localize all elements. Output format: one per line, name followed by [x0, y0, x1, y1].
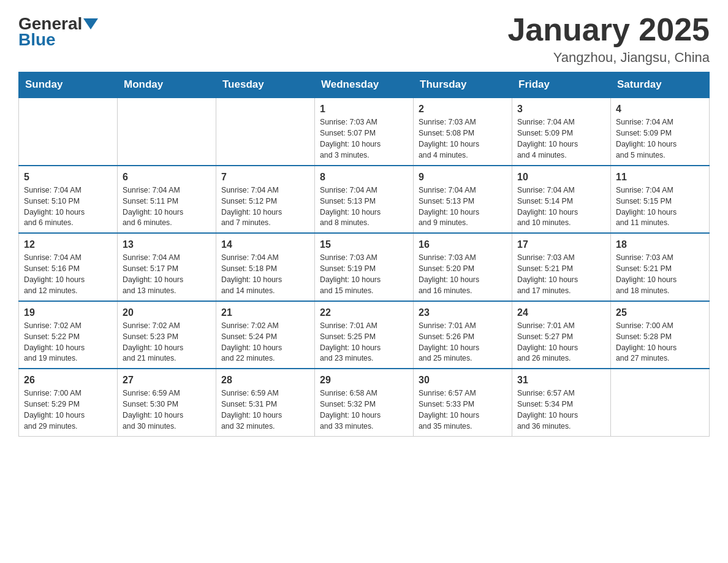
- calendar-cell: 26Sunrise: 7:00 AMSunset: 5:29 PMDayligh…: [19, 369, 118, 436]
- calendar-cell: 6Sunrise: 7:04 AMSunset: 5:11 PMDaylight…: [118, 166, 216, 234]
- cell-info: Sunrise: 7:01 AMSunset: 5:27 PMDaylight:…: [517, 321, 605, 364]
- day-number: 25: [616, 305, 704, 320]
- day-number: 17: [517, 237, 605, 251]
- cell-info: Sunrise: 7:01 AMSunset: 5:26 PMDaylight:…: [419, 321, 507, 364]
- calendar-week-row: 26Sunrise: 7:00 AMSunset: 5:29 PMDayligh…: [19, 369, 710, 436]
- day-number: 22: [320, 305, 408, 320]
- day-number: 11: [616, 170, 704, 184]
- day-number: 27: [123, 373, 211, 387]
- calendar-header-monday: Monday: [118, 72, 216, 98]
- calendar-cell: 9Sunrise: 7:04 AMSunset: 5:13 PMDaylight…: [414, 166, 512, 234]
- calendar-header-row: SundayMondayTuesdayWednesdayThursdayFrid…: [19, 72, 710, 98]
- cell-info: Sunrise: 7:04 AMSunset: 5:16 PMDaylight:…: [24, 253, 112, 296]
- cell-info: Sunrise: 6:59 AMSunset: 5:31 PMDaylight:…: [221, 388, 309, 432]
- calendar-week-row: 5Sunrise: 7:04 AMSunset: 5:10 PMDaylight…: [19, 166, 710, 234]
- logo: General Blue: [18, 12, 99, 50]
- calendar-cell: 3Sunrise: 7:04 AMSunset: 5:09 PMDaylight…: [512, 98, 611, 166]
- cell-info: Sunrise: 7:04 AMSunset: 5:13 PMDaylight:…: [320, 185, 408, 229]
- calendar-cell: [118, 98, 216, 166]
- calendar-cell: 17Sunrise: 7:03 AMSunset: 5:21 PMDayligh…: [512, 233, 611, 301]
- calendar-cell: 25Sunrise: 7:00 AMSunset: 5:28 PMDayligh…: [611, 301, 710, 369]
- calendar-week-row: 1Sunrise: 7:03 AMSunset: 5:07 PMDaylight…: [19, 98, 710, 166]
- calendar-cell: 30Sunrise: 6:57 AMSunset: 5:33 PMDayligh…: [414, 369, 512, 436]
- cell-info: Sunrise: 7:04 AMSunset: 5:11 PMDaylight:…: [123, 185, 211, 229]
- cell-info: Sunrise: 7:02 AMSunset: 5:22 PMDaylight:…: [24, 321, 112, 364]
- cell-info: Sunrise: 6:57 AMSunset: 5:34 PMDaylight:…: [517, 388, 605, 432]
- cell-info: Sunrise: 6:57 AMSunset: 5:33 PMDaylight:…: [419, 388, 507, 432]
- day-number: 16: [419, 237, 507, 251]
- calendar-header-tuesday: Tuesday: [216, 72, 315, 98]
- calendar-cell: 7Sunrise: 7:04 AMSunset: 5:12 PMDaylight…: [216, 166, 315, 234]
- calendar-cell: 31Sunrise: 6:57 AMSunset: 5:34 PMDayligh…: [512, 369, 611, 436]
- cell-info: Sunrise: 7:00 AMSunset: 5:29 PMDaylight:…: [24, 388, 112, 432]
- day-number: 15: [320, 237, 408, 251]
- day-number: 26: [24, 373, 112, 387]
- calendar-cell: 24Sunrise: 7:01 AMSunset: 5:27 PMDayligh…: [512, 301, 611, 369]
- title-section: January 2025 Yangzhou, Jiangsu, China: [507, 12, 710, 66]
- month-title: January 2025: [507, 12, 710, 47]
- cell-info: Sunrise: 7:03 AMSunset: 5:21 PMDaylight:…: [517, 253, 605, 296]
- calendar-cell: 14Sunrise: 7:04 AMSunset: 5:18 PMDayligh…: [216, 233, 315, 301]
- day-number: 1: [320, 102, 408, 116]
- day-number: 5: [24, 170, 112, 184]
- cell-info: Sunrise: 7:02 AMSunset: 5:24 PMDaylight:…: [221, 321, 309, 364]
- calendar-cell: 23Sunrise: 7:01 AMSunset: 5:26 PMDayligh…: [414, 301, 512, 369]
- day-number: 13: [123, 237, 211, 251]
- day-number: 9: [419, 170, 507, 184]
- cell-info: Sunrise: 6:58 AMSunset: 5:32 PMDaylight:…: [320, 388, 408, 432]
- calendar-week-row: 19Sunrise: 7:02 AMSunset: 5:22 PMDayligh…: [19, 301, 710, 369]
- day-number: 3: [517, 102, 605, 116]
- calendar-cell: [611, 369, 710, 436]
- logo-triangle-icon: [83, 18, 98, 29]
- calendar-cell: 22Sunrise: 7:01 AMSunset: 5:25 PMDayligh…: [315, 301, 414, 369]
- calendar-header-thursday: Thursday: [414, 72, 512, 98]
- calendar-cell: 5Sunrise: 7:04 AMSunset: 5:10 PMDaylight…: [19, 166, 118, 234]
- day-number: 28: [221, 373, 309, 387]
- day-number: 12: [24, 237, 112, 251]
- calendar-header-wednesday: Wednesday: [315, 72, 414, 98]
- cell-info: Sunrise: 7:04 AMSunset: 5:15 PMDaylight:…: [616, 185, 704, 229]
- day-number: 7: [221, 170, 309, 184]
- calendar-cell: [19, 98, 118, 166]
- calendar-header-friday: Friday: [512, 72, 611, 98]
- location-text: Yangzhou, Jiangsu, China: [507, 50, 710, 66]
- cell-info: Sunrise: 7:02 AMSunset: 5:23 PMDaylight:…: [123, 321, 211, 364]
- calendar-cell: 27Sunrise: 6:59 AMSunset: 5:30 PMDayligh…: [118, 369, 216, 436]
- cell-info: Sunrise: 7:03 AMSunset: 5:08 PMDaylight:…: [419, 117, 507, 161]
- day-number: 14: [221, 237, 309, 251]
- cell-info: Sunrise: 7:04 AMSunset: 5:12 PMDaylight:…: [221, 185, 309, 229]
- calendar-cell: 20Sunrise: 7:02 AMSunset: 5:23 PMDayligh…: [118, 301, 216, 369]
- calendar-cell: 15Sunrise: 7:03 AMSunset: 5:19 PMDayligh…: [315, 233, 414, 301]
- cell-info: Sunrise: 7:04 AMSunset: 5:09 PMDaylight:…: [616, 117, 704, 161]
- calendar-cell: 12Sunrise: 7:04 AMSunset: 5:16 PMDayligh…: [19, 233, 118, 301]
- calendar-header-saturday: Saturday: [611, 72, 710, 98]
- calendar-cell: 11Sunrise: 7:04 AMSunset: 5:15 PMDayligh…: [611, 166, 710, 234]
- cell-info: Sunrise: 7:01 AMSunset: 5:25 PMDaylight:…: [320, 321, 408, 364]
- calendar-cell: 10Sunrise: 7:04 AMSunset: 5:14 PMDayligh…: [512, 166, 611, 234]
- calendar-cell: 8Sunrise: 7:04 AMSunset: 5:13 PMDaylight…: [315, 166, 414, 234]
- day-number: 2: [419, 102, 507, 116]
- calendar-table: SundayMondayTuesdayWednesdayThursdayFrid…: [18, 72, 710, 437]
- cell-info: Sunrise: 7:03 AMSunset: 5:19 PMDaylight:…: [320, 253, 408, 296]
- day-number: 31: [517, 373, 605, 387]
- cell-info: Sunrise: 7:03 AMSunset: 5:07 PMDaylight:…: [320, 117, 408, 161]
- day-number: 30: [419, 373, 507, 387]
- cell-info: Sunrise: 7:03 AMSunset: 5:21 PMDaylight:…: [616, 253, 704, 296]
- cell-info: Sunrise: 7:04 AMSunset: 5:14 PMDaylight:…: [517, 185, 605, 229]
- calendar-cell: 18Sunrise: 7:03 AMSunset: 5:21 PMDayligh…: [611, 233, 710, 301]
- calendar-cell: 2Sunrise: 7:03 AMSunset: 5:08 PMDaylight…: [414, 98, 512, 166]
- day-number: 8: [320, 170, 408, 184]
- logo-blue-text: Blue: [18, 30, 56, 50]
- day-number: 23: [419, 305, 507, 320]
- day-number: 24: [517, 305, 605, 320]
- calendar-cell: 13Sunrise: 7:04 AMSunset: 5:17 PMDayligh…: [118, 233, 216, 301]
- cell-info: Sunrise: 7:04 AMSunset: 5:17 PMDaylight:…: [123, 253, 211, 296]
- cell-info: Sunrise: 6:59 AMSunset: 5:30 PMDaylight:…: [123, 388, 211, 432]
- calendar-cell: 19Sunrise: 7:02 AMSunset: 5:22 PMDayligh…: [19, 301, 118, 369]
- calendar-cell: 16Sunrise: 7:03 AMSunset: 5:20 PMDayligh…: [414, 233, 512, 301]
- day-number: 29: [320, 373, 408, 387]
- day-number: 10: [517, 170, 605, 184]
- day-number: 6: [123, 170, 211, 184]
- cell-info: Sunrise: 7:04 AMSunset: 5:18 PMDaylight:…: [221, 253, 309, 296]
- day-number: 21: [221, 305, 309, 320]
